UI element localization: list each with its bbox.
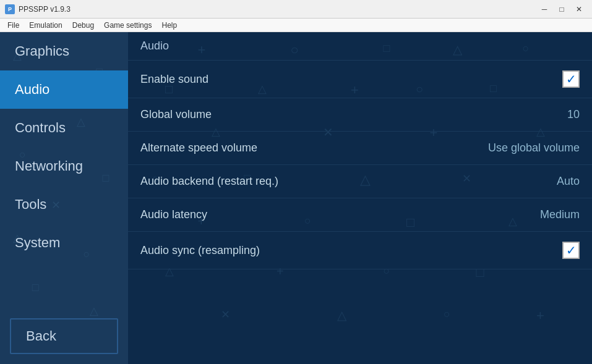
setting-audio-latency[interactable]: Audio latency Medium (128, 198, 592, 232)
setting-label-global-volume: Global volume (140, 108, 212, 121)
menu-debug[interactable]: Debug (67, 20, 99, 31)
app-container: △ ○ □ ✕ △ ○ □ ✕ △ ○ □ △ ✕ Graphics Audio… (0, 32, 592, 364)
settings-list: Enable sound ✓ Global volume 10 Alternat… (128, 61, 592, 269)
menu-help[interactable]: Help (157, 20, 182, 31)
minimize-button[interactable]: ─ (536, 3, 552, 15)
sidebar-item-system[interactable]: System (0, 224, 128, 262)
setting-value-alternate-speed-volume: Use global volume (488, 142, 580, 154)
sidebar-item-controls[interactable]: Controls (0, 109, 128, 147)
title-bar-controls: ─ □ ✕ (536, 3, 587, 15)
sidebar-item-audio[interactable]: Audio (0, 70, 128, 109)
sidebar-nav: Graphics Audio Controls Networking Tools… (0, 32, 128, 318)
setting-label-enable-sound: Enable sound (140, 73, 208, 86)
setting-label-audio-sync: Audio sync (resampling) (140, 244, 260, 257)
sidebar-footer: Back (0, 318, 128, 364)
setting-value-audio-backend: Auto (557, 175, 580, 188)
menu-game-settings[interactable]: Game settings (99, 20, 157, 31)
menu-emulation[interactable]: Emulation (24, 20, 67, 31)
title-bar: P PPSSPP v1.9.3 ─ □ ✕ (0, 0, 592, 19)
close-button[interactable]: ✕ (571, 3, 587, 15)
setting-audio-backend[interactable]: Audio backend (restart req.) Auto (128, 165, 592, 198)
content-header: Audio (128, 32, 592, 61)
app-title: PPSSPP v1.9.3 (19, 5, 71, 14)
setting-value-global-volume: 10 (567, 108, 580, 121)
content-area: + ○ □ △ ○ □ △ + ○ □ △ ✕ + △ ○ □ △ ✕ + ○ … (128, 32, 592, 364)
sidebar: △ ○ □ ✕ △ ○ □ ✕ △ ○ □ △ ✕ Graphics Audio… (0, 32, 128, 364)
setting-label-audio-backend: Audio backend (restart req.) (140, 175, 278, 188)
sidebar-item-tools[interactable]: Tools (0, 185, 128, 224)
maximize-button[interactable]: □ (554, 3, 570, 15)
setting-enable-sound[interactable]: Enable sound ✓ (128, 61, 592, 98)
setting-audio-sync[interactable]: Audio sync (resampling) ✓ (128, 232, 592, 269)
back-button[interactable]: Back (10, 318, 118, 354)
setting-value-audio-latency: Medium (540, 208, 580, 221)
sidebar-item-graphics[interactable]: Graphics (0, 32, 128, 70)
setting-alternate-speed-volume[interactable]: Alternate speed volume Use global volume (128, 132, 592, 165)
app-icon: P (5, 4, 15, 14)
checkbox-enable-sound[interactable]: ✓ (562, 70, 580, 88)
setting-label-audio-latency: Audio latency (140, 208, 207, 221)
menu-file[interactable]: File (2, 20, 24, 31)
menu-bar: File Emulation Debug Game settings Help (0, 19, 592, 32)
checkbox-audio-sync[interactable]: ✓ (562, 242, 580, 259)
title-bar-left: P PPSSPP v1.9.3 (5, 4, 71, 14)
setting-label-alternate-speed-volume: Alternate speed volume (140, 142, 257, 154)
sidebar-item-networking[interactable]: Networking (0, 147, 128, 185)
setting-global-volume[interactable]: Global volume 10 (128, 98, 592, 132)
